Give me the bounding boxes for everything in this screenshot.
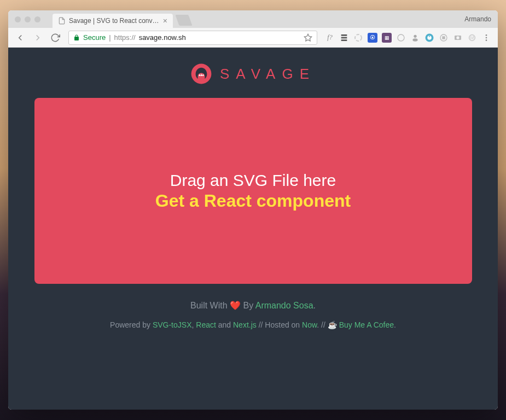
footer: Built With ❤️ By Armando Sosa. Powered b…	[110, 300, 396, 329]
extension-icon[interactable]: f?	[325, 33, 335, 43]
buy-coffee-link[interactable]: Buy Me A Cofee	[339, 320, 394, 329]
svg-point-5	[398, 34, 404, 41]
svg-point-6	[414, 34, 416, 37]
browser-tab[interactable]: Savage | SVG to React convert ×	[53, 14, 173, 28]
svg-point-7	[412, 38, 417, 41]
forward-button[interactable]	[30, 30, 45, 45]
nextjs-link[interactable]: Next.js	[233, 320, 257, 329]
close-tab-icon[interactable]: ×	[163, 16, 167, 25]
extension-icon[interactable]	[396, 33, 406, 43]
window-controls	[8, 16, 47, 22]
new-tab-button[interactable]	[175, 15, 192, 26]
logo: SAVAGE	[190, 63, 316, 85]
coffee-icon: ☕	[328, 320, 337, 329]
back-button[interactable]	[13, 30, 28, 45]
svg-to-jsx-link[interactable]: SVG-toJSX	[153, 320, 192, 329]
bookmark-star-icon[interactable]	[304, 33, 312, 42]
profile-label[interactable]: Armando	[464, 15, 491, 23]
dropzone[interactable]: Drag an SVG File here Get a React compon…	[34, 98, 472, 284]
heart-icon: ❤️	[230, 301, 241, 310]
extension-icon[interactable]	[339, 33, 349, 43]
by-label: By	[241, 301, 255, 310]
svg-point-16	[486, 37, 487, 38]
url-protocol: https://	[114, 33, 136, 42]
extensions-area: f? ⦿ ▦	[323, 33, 493, 43]
author-link[interactable]: Armando Sosa	[255, 301, 313, 310]
extension-icon[interactable]	[424, 33, 434, 43]
extension-icon[interactable]	[353, 33, 363, 43]
footer-credit: Built With ❤️ By Armando Sosa.	[110, 300, 396, 311]
svg-marker-0	[304, 34, 311, 41]
now-link[interactable]: Now	[302, 320, 317, 329]
address-bar[interactable]: Secure | https://savage.now.sh	[68, 31, 317, 45]
browser-toolbar: Secure | https://savage.now.sh f? ⦿ ▦	[8, 28, 498, 48]
svg-point-14	[469, 34, 475, 40]
maximize-window-button[interactable]	[34, 16, 40, 22]
url-host: savage.now.sh	[139, 33, 186, 42]
extension-icon[interactable]: ⦿	[368, 33, 377, 43]
extension-icon[interactable]	[467, 33, 477, 43]
minimize-window-button[interactable]	[25, 16, 31, 22]
brand-name: SAVAGE	[220, 66, 316, 83]
menu-icon[interactable]	[481, 33, 491, 43]
secure-label: Secure	[83, 33, 106, 42]
tab-title: Savage | SVG to React convert	[69, 17, 160, 25]
reload-button[interactable]	[48, 30, 63, 45]
tab-bar: Savage | SVG to React convert × Armando	[8, 10, 498, 28]
shark-logo-icon	[190, 63, 212, 85]
lock-icon	[73, 34, 80, 42]
url-separator: |	[109, 33, 110, 42]
react-link[interactable]: React	[196, 320, 216, 329]
svg-rect-11	[443, 37, 445, 39]
footer-links: Powered by SVG-toJSX, React and Next.js …	[110, 320, 396, 329]
svg-rect-1	[341, 34, 347, 36]
extension-icon[interactable]: ▦	[382, 33, 392, 43]
dropzone-text-line1: Drag an SVG File here	[170, 171, 336, 190]
svg-point-15	[486, 34, 487, 36]
extension-icon[interactable]	[453, 33, 463, 43]
file-icon	[58, 17, 66, 25]
svg-rect-3	[341, 39, 347, 41]
svg-point-4	[355, 34, 362, 41]
close-window-button[interactable]	[15, 16, 21, 22]
page-content: SAVAGE Drag an SVG File here Get a React…	[8, 48, 498, 410]
powered-by-label: Powered by	[110, 320, 153, 329]
built-with-label: Built With	[190, 301, 230, 310]
svg-rect-2	[341, 37, 347, 38]
extension-icon[interactable]	[410, 33, 420, 43]
extension-icon[interactable]	[439, 33, 449, 43]
svg-point-17	[486, 39, 487, 41]
svg-point-13	[456, 36, 459, 39]
dropzone-text-line2: Get a React component	[155, 191, 351, 211]
browser-window: Savage | SVG to React convert × Armando …	[8, 10, 498, 410]
